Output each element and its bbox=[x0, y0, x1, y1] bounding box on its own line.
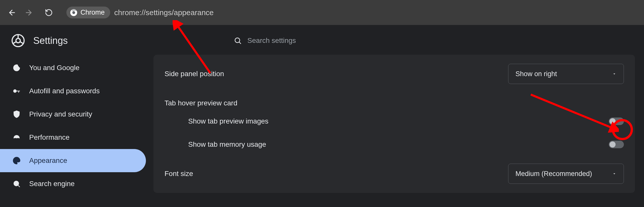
page-header: Settings bbox=[0, 25, 644, 55]
browser-toolbar: Chrome chrome://settings/appearance bbox=[0, 0, 644, 25]
setting-font-size: Font size Medium (Recommended) bbox=[153, 156, 635, 191]
chevron-down-icon bbox=[612, 72, 617, 76]
sidebar-item-label: Search engine bbox=[29, 180, 75, 188]
shield-icon bbox=[13, 110, 21, 118]
reload-button[interactable] bbox=[43, 7, 55, 19]
sidebar-item-label: Performance bbox=[29, 133, 69, 141]
sidebar-item-privacy[interactable]: Privacy and security bbox=[0, 103, 146, 126]
toggle-show-tab-preview-images[interactable] bbox=[609, 117, 624, 125]
back-button[interactable] bbox=[6, 7, 18, 19]
page-title: Settings bbox=[33, 35, 68, 46]
svg-point-7 bbox=[16, 159, 16, 159]
setting-tab-hover-header: Tab hover preview card bbox=[153, 92, 635, 110]
sidebar-item-performance[interactable]: Performance bbox=[0, 126, 146, 149]
google-icon bbox=[13, 64, 21, 72]
setting-side-panel-position: Side panel position Show on right bbox=[153, 56, 635, 92]
setting-label: Font size bbox=[165, 170, 193, 178]
setting-label: Show tab preview images bbox=[188, 117, 268, 125]
toggle-show-tab-memory-usage[interactable] bbox=[609, 141, 624, 148]
sidebar-item-label: Appearance bbox=[29, 157, 67, 165]
chrome-logo-icon bbox=[12, 34, 25, 47]
key-icon bbox=[13, 87, 21, 95]
sidebar-item-label: You and Google bbox=[29, 64, 79, 72]
settings-main: Side panel position Show on right Tab ho… bbox=[146, 55, 644, 207]
side-panel-select[interactable]: Show on right bbox=[508, 64, 624, 84]
search-settings[interactable] bbox=[234, 37, 373, 45]
sidebar-item-label: Autofill and passwords bbox=[29, 87, 100, 95]
select-value: Medium (Recommended) bbox=[515, 170, 592, 178]
setting-label: Show tab memory usage bbox=[188, 140, 266, 149]
site-chip[interactable]: Chrome bbox=[66, 7, 110, 18]
forward-button[interactable] bbox=[23, 7, 35, 19]
setting-label: Tab hover preview card bbox=[165, 99, 237, 107]
url-text[interactable]: chrome://settings/appearance bbox=[114, 8, 214, 17]
chrome-icon bbox=[70, 9, 77, 16]
search-icon bbox=[13, 180, 21, 188]
setting-label: Side panel position bbox=[165, 70, 224, 78]
appearance-card: Side panel position Show on right Tab ho… bbox=[153, 55, 635, 193]
chevron-down-icon bbox=[612, 171, 617, 176]
svg-point-8 bbox=[18, 159, 18, 160]
site-chip-label: Chrome bbox=[80, 9, 105, 16]
setting-show-tab-preview-images: Show tab preview images bbox=[153, 110, 635, 133]
svg-point-5 bbox=[14, 90, 16, 93]
sidebar: You and Google Autofill and passwords Pr… bbox=[0, 55, 146, 207]
address-bar[interactable]: Chrome chrome://settings/appearance bbox=[66, 5, 214, 20]
sidebar-item-autofill[interactable]: Autofill and passwords bbox=[0, 79, 146, 103]
setting-show-tab-memory-usage: Show tab memory usage bbox=[153, 133, 635, 156]
sidebar-item-you-and-google[interactable]: You and Google bbox=[0, 56, 146, 79]
svg-point-6 bbox=[15, 160, 15, 161]
font-size-select[interactable]: Medium (Recommended) bbox=[508, 164, 624, 184]
search-input[interactable] bbox=[247, 37, 373, 45]
sidebar-item-label: Privacy and security bbox=[29, 110, 92, 118]
sidebar-item-appearance[interactable]: Appearance bbox=[0, 149, 146, 172]
select-value: Show on right bbox=[515, 70, 557, 78]
sidebar-item-search-engine[interactable]: Search engine bbox=[0, 172, 146, 195]
speedometer-icon bbox=[13, 133, 21, 141]
svg-point-3 bbox=[16, 38, 20, 43]
palette-icon bbox=[13, 157, 21, 165]
search-icon bbox=[234, 37, 242, 45]
